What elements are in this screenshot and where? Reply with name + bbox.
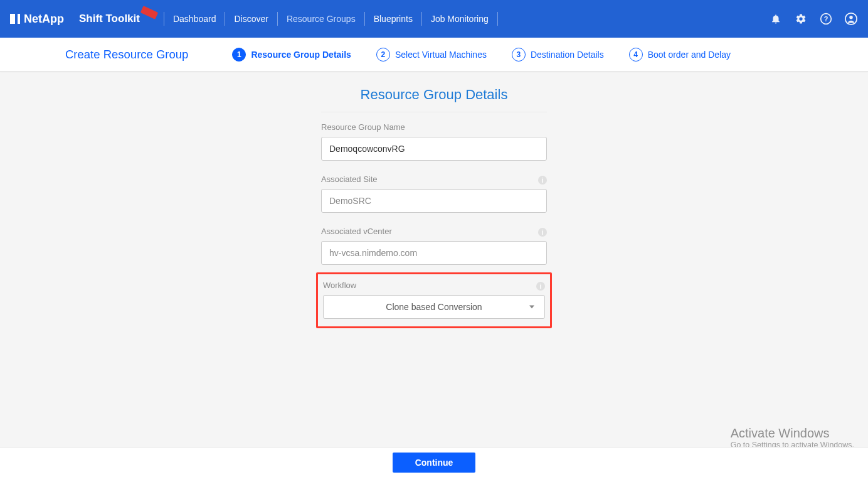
step-label: Select Virtual Machines — [395, 50, 487, 60]
top-nav: NetApp Shift Toolkit Dashboard Discover … — [0, 0, 868, 38]
step-number: 3 — [512, 48, 526, 62]
app-name: Shift Toolkit — [79, 13, 140, 25]
input-associated-vcenter — [321, 241, 547, 265]
netapp-logo-icon — [10, 14, 20, 24]
wizard-title: Create Resource Group — [65, 48, 188, 62]
gear-icon[interactable] — [794, 12, 808, 26]
main-content: Resource Group Details Resource Group Na… — [0, 72, 868, 447]
svg-text:?: ? — [824, 15, 828, 23]
bell-icon[interactable] — [769, 12, 783, 26]
input-resource-group-name[interactable] — [321, 137, 547, 161]
select-workflow[interactable]: Clone based Conversion — [323, 295, 545, 319]
svg-point-3 — [849, 16, 853, 19]
step-number: 2 — [376, 48, 390, 62]
label-workflow: Workflow — [323, 281, 545, 290]
info-icon[interactable]: i — [538, 176, 547, 185]
nav-links: Dashboard Discover Resource Groups Bluep… — [164, 12, 498, 26]
nav-resource-groups[interactable]: Resource Groups — [278, 14, 364, 24]
step-select-virtual-machines[interactable]: 2 Select Virtual Machines — [376, 48, 487, 62]
continue-button[interactable]: Continue — [393, 453, 476, 473]
nav-job-monitoring[interactable]: Job Monitoring — [422, 14, 497, 24]
watermark-title: Activate Windows — [731, 426, 854, 441]
wizard-footer: Continue — [0, 447, 868, 477]
wizard-step-bar: Create Resource Group 1 Resource Group D… — [0, 38, 868, 72]
help-icon[interactable]: ? — [819, 12, 833, 26]
label-associated-vcenter: Associated vCenter — [321, 227, 547, 236]
nav-blueprints[interactable]: Blueprints — [365, 14, 421, 24]
step-label: Boot order and Delay — [648, 50, 731, 60]
nav-dashboard[interactable]: Dashboard — [164, 14, 225, 24]
step-number: 4 — [629, 48, 643, 62]
resource-group-form: Resource Group Name Associated Site i As… — [321, 112, 547, 328]
label-associated-site: Associated Site — [321, 174, 547, 184]
step-resource-group-details[interactable]: 1 Resource Group Details — [232, 48, 351, 62]
chevron-down-icon — [529, 306, 534, 309]
brand-logo: NetApp — [10, 13, 64, 26]
field-workflow: Workflow i Clone based Conversion — [323, 281, 545, 319]
step-label: Resource Group Details — [251, 50, 351, 60]
field-associated-site: Associated Site i — [321, 174, 547, 213]
nav-right: ? — [769, 12, 858, 26]
info-icon[interactable]: i — [538, 228, 547, 237]
user-icon[interactable] — [844, 12, 858, 26]
step-destination-details[interactable]: 3 Destination Details — [512, 48, 604, 62]
workflow-highlight: Workflow i Clone based Conversion — [316, 272, 552, 328]
step-boot-order-delay[interactable]: 4 Boot order and Delay — [629, 48, 731, 62]
preview-badge-icon — [140, 6, 159, 19]
input-associated-site — [321, 189, 547, 213]
info-icon[interactable]: i — [536, 282, 545, 291]
step-label: Destination Details — [531, 50, 604, 60]
label-resource-group-name: Resource Group Name — [321, 122, 547, 132]
nav-discover[interactable]: Discover — [225, 14, 277, 24]
step-number: 1 — [232, 48, 246, 62]
brand-company: NetApp — [24, 13, 64, 26]
windows-activation-watermark: Activate Windows Go to Settings to activ… — [731, 426, 854, 449]
select-workflow-value: Clone based Conversion — [386, 302, 482, 312]
field-resource-group-name: Resource Group Name — [321, 122, 547, 161]
panel-heading: Resource Group Details — [0, 87, 868, 103]
field-associated-vcenter: Associated vCenter i — [321, 227, 547, 265]
